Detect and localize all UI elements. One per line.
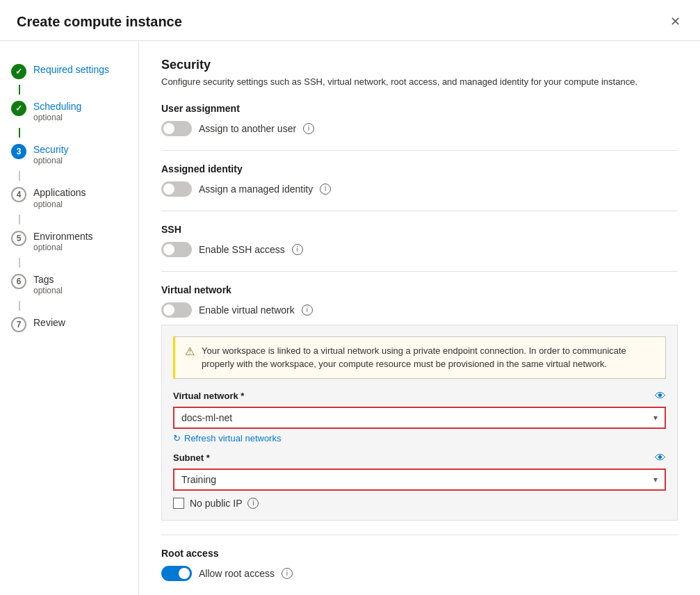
vnet-dropdown[interactable]: docs-ml-net ▾: [173, 407, 666, 429]
ssh-toggle-label: Enable SSH access: [199, 244, 285, 255]
divider-2: [161, 211, 678, 211]
vnet-info-icon[interactable]: i: [302, 304, 313, 316]
user-assignment-group: User assignment Assign to another user i: [161, 103, 678, 136]
step-5-label: Environments optional: [33, 230, 93, 252]
assigned-identity-row: Assign a managed identity i: [161, 181, 678, 197]
step-4-indicator: 4: [11, 187, 26, 202]
virtual-network-label: Virtual network: [161, 284, 678, 295]
step-6-label: Tags optional: [33, 273, 63, 295]
dialog-body: ✓ Required settings ✓ Scheduling optiona…: [0, 41, 700, 595]
vnet-dropdown-header: Virtual network * 👁: [173, 390, 666, 402]
refresh-vnet-label: Refresh virtual networks: [184, 433, 281, 443]
virtual-network-toggle-row: Enable virtual network i: [161, 302, 678, 318]
vnet-eye-icon[interactable]: 👁: [655, 390, 666, 402]
assign-user-toggle-label: Assign to another user: [199, 123, 296, 134]
assign-identity-toggle[interactable]: [161, 181, 192, 197]
dialog-header: Create compute instance ✕: [0, 0, 700, 41]
step-7-indicator: 7: [11, 317, 26, 332]
step-1-label: Required settings: [33, 63, 109, 76]
subnet-eye-icon[interactable]: 👁: [655, 452, 666, 464]
divider-3: [161, 271, 678, 272]
connector-4: [19, 215, 20, 225]
subnet-dropdown-arrow: ▾: [653, 475, 658, 484]
no-public-ip-info-icon[interactable]: i: [247, 498, 259, 509]
assigned-identity-group: Assigned identity Assign a managed ident…: [161, 163, 678, 197]
root-access-info-icon[interactable]: i: [282, 568, 293, 579]
sidebar-item-security[interactable]: 3 Security optional: [0, 138, 138, 171]
connector-2: [19, 128, 20, 138]
main-content: Security Configure security settings suc…: [139, 41, 700, 595]
step-2-indicator: ✓: [11, 101, 26, 116]
divider-4: [161, 535, 678, 535]
assign-user-toggle[interactable]: [161, 121, 192, 136]
root-access-group: Root access Allow root access i: [161, 548, 678, 581]
assigned-identity-label: Assigned identity: [161, 163, 678, 174]
connector-6: [19, 301, 20, 311]
no-public-ip-row: No public IP i: [173, 498, 666, 509]
refresh-vnet-link[interactable]: ↻ Refresh virtual networks: [173, 433, 666, 443]
sidebar-item-review[interactable]: 7 Review: [0, 311, 138, 338]
root-access-toggle[interactable]: [161, 566, 192, 581]
user-assignment-label: User assignment: [161, 103, 678, 114]
step-7-label: Review: [33, 316, 65, 329]
root-access-toggle-label: Allow root access: [199, 568, 275, 579]
connector-1: [19, 85, 20, 95]
step-3-indicator: 3: [11, 144, 26, 159]
subnet-dropdown-label: Subnet *: [173, 453, 210, 463]
section-title: Security: [161, 58, 678, 72]
no-public-ip-label: No public IP: [190, 498, 242, 509]
warning-icon: ⚠: [185, 345, 195, 358]
user-assignment-row: Assign to another user i: [161, 121, 678, 136]
create-compute-dialog: Create compute instance ✕ ✓ Required set…: [0, 0, 700, 595]
ssh-label: SSH: [161, 224, 678, 235]
subnet-dropdown-header: Subnet * 👁: [173, 452, 666, 464]
sidebar-item-environments[interactable]: 5 Environments optional: [0, 225, 138, 258]
connector-3: [19, 171, 20, 181]
section-desc: Configure security settings such as SSH,…: [161, 75, 678, 89]
dialog-title: Create compute instance: [17, 14, 182, 30]
step-5-indicator: 5: [11, 231, 26, 246]
subnet-dropdown-value: Training: [181, 474, 216, 485]
assign-identity-info-icon[interactable]: i: [320, 184, 331, 195]
close-button[interactable]: ✕: [667, 11, 683, 32]
assign-identity-toggle-label: Assign a managed identity: [199, 184, 313, 195]
vnet-dropdown-arrow: ▾: [653, 413, 658, 423]
step-3-label: Security optional: [33, 143, 69, 165]
vnet-dropdown-label: Virtual network *: [173, 391, 244, 401]
vnet-section: ⚠ Your workspace is linked to a virtual …: [161, 325, 678, 521]
sidebar-item-scheduling[interactable]: ✓ Scheduling optional: [0, 95, 138, 128]
ssh-row: Enable SSH access i: [161, 242, 678, 257]
enable-vnet-toggle-label: Enable virtual network: [199, 304, 295, 316]
enable-vnet-toggle[interactable]: [161, 302, 192, 318]
sidebar-item-required-settings[interactable]: ✓ Required settings: [0, 58, 138, 85]
step-4-label: Applications optional: [33, 186, 86, 209]
connector-5: [19, 258, 20, 268]
vnet-dropdown-value: docs-ml-net: [181, 412, 232, 423]
ssh-group: SSH Enable SSH access i: [161, 224, 678, 257]
root-access-row: Allow root access i: [161, 566, 678, 581]
step-6-indicator: 6: [11, 274, 26, 289]
sidebar-item-applications[interactable]: 4 Applications optional: [0, 181, 138, 214]
root-access-label: Root access: [161, 548, 678, 559]
warning-text: Your workspace is linked to a virtual ne…: [202, 344, 656, 371]
assign-user-info-icon[interactable]: i: [303, 123, 314, 134]
ssh-toggle[interactable]: [161, 242, 192, 257]
no-public-ip-checkbox[interactable]: [173, 498, 184, 509]
sidebar-item-tags[interactable]: 6 Tags optional: [0, 268, 138, 301]
subnet-dropdown[interactable]: Training ▾: [173, 468, 666, 491]
refresh-icon: ↻: [173, 433, 181, 443]
sidebar: ✓ Required settings ✓ Scheduling optiona…: [0, 41, 139, 595]
warning-box: ⚠ Your workspace is linked to a virtual …: [173, 336, 666, 379]
step-1-indicator: ✓: [11, 64, 26, 79]
step-2-label: Scheduling optional: [33, 100, 81, 122]
virtual-network-group: Virtual network Enable virtual network i…: [161, 284, 678, 521]
ssh-info-icon[interactable]: i: [292, 244, 303, 255]
divider-1: [161, 150, 678, 151]
